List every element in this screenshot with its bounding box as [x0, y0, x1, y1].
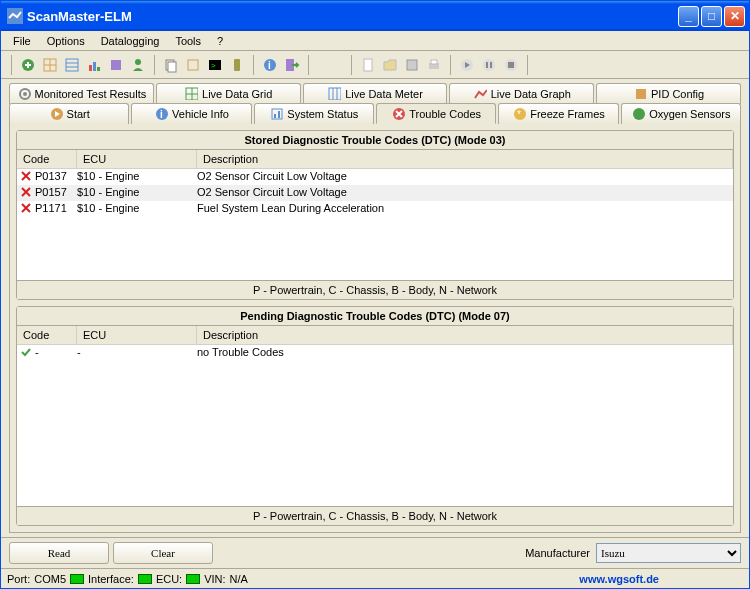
svg-point-50	[633, 108, 645, 120]
vin-label: VIN:	[204, 573, 225, 585]
table-row[interactable]: P0137$10 - EngineO2 Sensor Circuit Low V…	[17, 169, 733, 185]
svg-rect-15	[188, 60, 198, 70]
table-row[interactable]: P0157$10 - EngineO2 Sensor Circuit Low V…	[17, 185, 733, 201]
tabs-row-2: StartiVehicle InfoSystem StatusTrouble C…	[9, 103, 741, 124]
svg-rect-37	[329, 88, 341, 100]
tool-table-icon[interactable]	[62, 55, 82, 75]
stored-dtc-panel: Stored Diagnostic Trouble Codes (DTC) (M…	[16, 130, 734, 300]
svg-rect-40	[636, 89, 646, 99]
svg-text:i: i	[160, 109, 163, 120]
dtc-description: Fuel System Lean During Acceleration	[197, 202, 733, 216]
col-code[interactable]: Code	[17, 326, 77, 344]
tool-log-icon[interactable]	[183, 55, 203, 75]
tool-copy-icon[interactable]	[161, 55, 181, 75]
pending-dtc-panel: Pending Diagnostic Trouble Codes (DTC) (…	[16, 306, 734, 526]
tab-system-status[interactable]: System Status	[254, 103, 374, 124]
meter-icon	[327, 86, 341, 102]
menubar: File Options Datalogging Tools ?	[1, 31, 749, 51]
tool-new-icon[interactable]	[358, 55, 378, 75]
pending-dtc-title: Pending Diagnostic Trouble Codes (DTC) (…	[17, 307, 733, 326]
tool-info-icon[interactable]: i	[260, 55, 280, 75]
svg-rect-18	[234, 59, 240, 71]
menu-tools[interactable]: Tools	[167, 33, 209, 49]
freeze-icon: *	[512, 106, 526, 122]
col-ecu[interactable]: ECU	[77, 150, 197, 168]
info-icon: i	[154, 106, 168, 122]
dtc-description: O2 Sensor Circuit Low Voltage	[197, 186, 733, 200]
pending-columns: Code ECU Description	[17, 326, 733, 345]
col-description[interactable]: Description	[197, 326, 733, 344]
manufacturer-label: Manufacturer	[525, 547, 590, 559]
error-icon	[17, 170, 35, 184]
tab-monitored-test-results[interactable]: Monitored Test Results	[9, 83, 154, 104]
tab-oxygen-sensors[interactable]: Oxygen Sensors	[621, 103, 741, 124]
menu-options[interactable]: Options	[39, 33, 93, 49]
svg-text:i: i	[268, 60, 271, 71]
status-icon	[269, 106, 283, 122]
col-ecu[interactable]: ECU	[77, 326, 197, 344]
svg-rect-25	[431, 60, 437, 64]
table-row[interactable]: P1171$10 - EngineFuel System Lean During…	[17, 201, 733, 217]
col-code[interactable]: Code	[17, 150, 77, 168]
tabs-container: Monitored Test ResultsLive Data GridLive…	[1, 79, 749, 124]
svg-rect-44	[272, 109, 282, 119]
website-link[interactable]: www.wgsoft.de	[579, 573, 659, 585]
dtc-code: P0137	[35, 170, 77, 184]
tool-connect-icon[interactable]	[18, 55, 38, 75]
dtc-code: -	[35, 346, 77, 360]
tool-terminal-icon[interactable]: >	[205, 55, 225, 75]
tab-vehicle-info[interactable]: iVehicle Info	[131, 103, 251, 124]
tab-trouble-codes[interactable]: Trouble Codes	[376, 103, 496, 124]
tool-exit-icon[interactable]	[282, 55, 302, 75]
stored-dtc-title: Stored Diagnostic Trouble Codes (DTC) (M…	[17, 131, 733, 150]
tool-print-icon[interactable]	[424, 55, 444, 75]
menu-file[interactable]: File	[5, 33, 39, 49]
o2-icon	[631, 106, 645, 122]
tool-open-icon[interactable]	[380, 55, 400, 75]
menu-help[interactable]: ?	[209, 33, 231, 49]
error-icon	[17, 202, 35, 216]
maximize-button[interactable]: □	[701, 6, 722, 27]
bottom-bar: Read Clear Manufacturer Isuzu	[1, 537, 749, 568]
tool-chart-icon[interactable]	[84, 55, 104, 75]
minimize-button[interactable]: _	[678, 6, 699, 27]
read-button[interactable]: Read	[9, 542, 109, 564]
manufacturer-group: Manufacturer Isuzu	[525, 543, 741, 563]
tool-config-icon[interactable]	[106, 55, 126, 75]
tab-live-data-grid[interactable]: Live Data Grid	[156, 83, 301, 104]
manufacturer-select[interactable]: Isuzu	[596, 543, 741, 563]
clear-button[interactable]: Clear	[113, 542, 213, 564]
stored-rows: P0137$10 - EngineO2 Sensor Circuit Low V…	[17, 169, 733, 280]
tool-grid-icon[interactable]	[40, 55, 60, 75]
table-row[interactable]: --no Trouble Codes	[17, 345, 733, 361]
pending-footer: P - Powertrain, C - Chassis, B - Body, N…	[17, 506, 733, 525]
vin-value: N/A	[230, 573, 248, 585]
tab-start[interactable]: Start	[9, 103, 129, 124]
check-icon	[17, 346, 35, 360]
tab-live-data-graph[interactable]: Live Data Graph	[449, 83, 594, 104]
dtc-description: O2 Sensor Circuit Low Voltage	[197, 170, 733, 184]
tab-live-data-meter[interactable]: Live Data Meter	[303, 83, 448, 104]
svg-rect-11	[111, 60, 121, 70]
svg-point-33	[23, 92, 27, 96]
svg-point-27	[483, 59, 495, 71]
svg-rect-9	[93, 62, 96, 71]
close-button[interactable]: ✕	[724, 6, 745, 27]
svg-text:*: *	[517, 109, 521, 120]
tool-save-icon[interactable]	[402, 55, 422, 75]
menu-datalogging[interactable]: Datalogging	[93, 33, 168, 49]
content-area: Stored Diagnostic Trouble Codes (DTC) (M…	[9, 124, 741, 533]
tool-device-icon[interactable]	[227, 55, 247, 75]
tool-stop-icon[interactable]	[501, 55, 521, 75]
svg-rect-10	[97, 67, 100, 71]
svg-rect-28	[486, 62, 488, 68]
tool-play-icon[interactable]	[457, 55, 477, 75]
svg-rect-23	[407, 60, 417, 70]
svg-point-12	[135, 59, 141, 65]
col-description[interactable]: Description	[197, 150, 733, 168]
tool-user-icon[interactable]	[128, 55, 148, 75]
tab-freeze-frames[interactable]: *Freeze Frames	[498, 103, 618, 124]
tab-pid-config[interactable]: PID Config	[596, 83, 741, 104]
error-icon	[391, 106, 405, 122]
tool-pause-icon[interactable]	[479, 55, 499, 75]
